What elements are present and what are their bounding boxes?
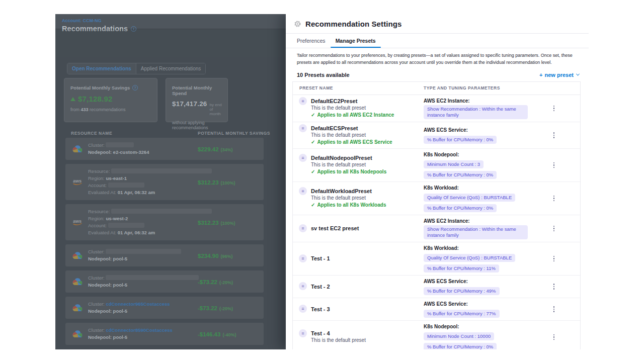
gcp-cloud-icon: [72, 251, 83, 259]
preset-row: ≡ DefaultECSPreset This is the default p…: [293, 122, 580, 149]
redacted-value: [106, 249, 181, 254]
savings-cell: -$73.22(-20%): [198, 277, 233, 286]
preset-menu-icon: ≡: [299, 254, 307, 262]
tab-manage-presets[interactable]: Manage Presets: [336, 34, 376, 48]
spend-card-label: Potential Monthly Spend: [172, 85, 222, 96]
redacted-value: [106, 142, 134, 147]
new-preset-button[interactable]: + new preset: [539, 72, 579, 78]
column-header-potential-monthly-savings: POTENTIAL MONTHLY SAVINGS: [198, 131, 270, 136]
savings-subtext: from 433 recommendations: [70, 107, 152, 112]
tuning-param-chip: Minimum Node Count : 3: [424, 160, 484, 168]
preset-menu-icon: ≡: [299, 97, 307, 105]
kebab-menu-icon[interactable]: [551, 224, 557, 234]
drawer-header: Recommendation Settings: [286, 14, 589, 34]
drawer-title: Recommendation Settings: [305, 20, 402, 28]
table-row[interactable]: aws Resource: Region: us-east-1 Account:…: [65, 164, 264, 200]
kebab-menu-icon[interactable]: [551, 332, 557, 342]
svg-text:aws: aws: [73, 219, 82, 224]
savings-cell: $312.23(100%): [198, 177, 235, 187]
kebab-menu-icon[interactable]: [551, 160, 557, 170]
potential-monthly-savings-card: Potential Monthly Savings ? $7,128.92 fr…: [64, 78, 157, 122]
preset-row: ≡ DefaultEC2Preset This is the default p…: [293, 95, 580, 122]
account-breadcrumb[interactable]: Account: CCM-NG: [62, 18, 102, 23]
gcp-cloud-icon: [72, 145, 83, 153]
savings-cell: $312.23(100%): [198, 218, 235, 227]
preset-row: ≡ DefaultWorkloadPreset This is the defa…: [293, 182, 580, 215]
presets-description: Tailor recommendations to your preferenc…: [297, 52, 585, 66]
preset-row: ≡ sv test EC2 preset AWS EC2 Instance: S…: [293, 215, 580, 242]
tab-preferences[interactable]: Preferences: [297, 34, 326, 48]
tuning-param-chip: Quality Of Service (QoS) : BURSTABLE: [424, 254, 515, 262]
tuning-param-chip: % Buffer for CPU/Memory : 49%: [424, 287, 500, 295]
chevron-down-icon: [576, 72, 580, 76]
kebab-menu-icon[interactable]: [551, 194, 557, 204]
aws-logo-icon: aws: [72, 218, 83, 226]
tuning-param-chip: % Buffer for CPU/Memory : 77%: [424, 310, 500, 318]
preset-menu-icon: ≡: [299, 305, 307, 313]
preset-menu-icon: ≡: [299, 329, 307, 337]
settings-tabs: Preferences Manage Presets: [286, 34, 589, 48]
gear-icon: [294, 20, 301, 28]
preset-menu-icon: ≡: [299, 187, 307, 195]
svg-text:aws: aws: [73, 178, 82, 184]
preset-row: ≡ Test - 2 AWS ECS Service: % Buffer for…: [293, 276, 580, 298]
toolbar-band: [55, 29, 287, 57]
recommendations-page-dimmed: Account: CCM-NG Recommendations i Open R…: [55, 14, 287, 349]
tuning-param-chip: Show Recommendation : Within the same in…: [424, 105, 528, 119]
table-row[interactable]: Cluster: Nodepool: e2-custom-3264 $229.4…: [65, 138, 264, 160]
preset-row: ≡ Test - 1 K8s Workload: Quality Of Serv…: [293, 242, 580, 276]
tab-applied-recommendations[interactable]: Applied Recommendations: [136, 63, 206, 74]
check-icon: ✓: [311, 202, 315, 208]
plus-icon: +: [539, 72, 542, 78]
recommendation-settings-drawer: Recommendation Settings Preferences Mana…: [286, 14, 589, 349]
app-screenshot: Account: CCM-NG Recommendations i Open R…: [55, 14, 589, 349]
recommendations-tabs: Open Recommendations Applied Recommendat…: [67, 63, 206, 74]
column-header-type-params: TYPE AND TUNING PARAMETERS: [424, 85, 528, 90]
table-row[interactable]: Cluster: cdConnector8590Costaccess Nodep…: [65, 323, 264, 345]
savings-card-label: Potential Monthly Savings: [70, 85, 130, 90]
savings-cell: -$146.43(-40%): [198, 329, 236, 338]
savings-up-triangle-icon: [70, 97, 75, 101]
cluster-link[interactable]: cdConnector965Costaccess: [106, 301, 170, 307]
table-row[interactable]: Cluster: cdConnector965Costaccess Nodepo…: [65, 297, 264, 319]
check-icon: ✓: [311, 112, 315, 118]
table-row[interactable]: Cluster: Nodepool: pool-5 $234.90(96%): [65, 244, 264, 266]
kebab-menu-icon[interactable]: [551, 130, 557, 140]
potential-monthly-spend-card: Potential Monthly Spend $17,417.26 by en…: [166, 78, 228, 122]
tab-open-recommendations[interactable]: Open Recommendations: [67, 63, 136, 74]
kebab-menu-icon[interactable]: [551, 304, 557, 314]
preset-menu-icon: ≡: [299, 282, 307, 290]
recommendations-table: Cluster: Nodepool: e2-custom-3264 $229.4…: [65, 138, 264, 349]
cluster-link[interactable]: cdConnector8590Costaccess: [106, 327, 173, 333]
presets-table: PRESET NAME TYPE AND TUNING PARAMETERS ≡…: [292, 81, 581, 349]
page-header: Account: CCM-NG Recommendations i: [55, 14, 287, 29]
spend-value: $17,417.26: [172, 100, 207, 108]
tuning-param-chip: % Buffer for CPU/Memory : 0%: [424, 343, 497, 349]
spend-value-suffix: by end of month: [210, 103, 222, 116]
savings-cell: $234.90(96%): [198, 251, 233, 260]
gcp-cloud-icon: [72, 330, 83, 338]
tuning-param-chip: % Buffer for CPU/Memory : 0%: [424, 204, 497, 212]
aws-logo-icon: aws: [72, 178, 83, 186]
spend-subtext: without applying recommendations: [172, 120, 222, 130]
tuning-param-chip: % Buffer for CPU/Memory : 0%: [424, 171, 497, 179]
kebab-menu-icon[interactable]: [551, 282, 557, 292]
savings-cell: $229.42(34%): [198, 144, 233, 153]
savings-value: $7,128.92: [78, 95, 113, 103]
table-row[interactable]: Cluster: Nodepool: pool-5 -$73.22(-20%): [65, 270, 264, 293]
kebab-menu-icon[interactable]: [551, 254, 557, 264]
kebab-menu-icon[interactable]: [551, 104, 557, 114]
gcp-cloud-icon: [72, 278, 83, 286]
preset-menu-icon: ≡: [299, 124, 307, 132]
gcp-cloud-icon: [72, 304, 83, 312]
redacted-value: [111, 168, 212, 173]
preset-row: ≡ Test - 3 AWS ECS Service: % Buffer for…: [293, 298, 580, 321]
table-row[interactable]: aws Resource: Region: us-west-2 Account:…: [65, 204, 264, 240]
presets-count-label: 10 Presets available: [297, 72, 350, 78]
check-icon: ✓: [311, 139, 315, 145]
redacted-value: [111, 209, 212, 214]
help-icon[interactable]: ?: [132, 85, 138, 90]
column-header-resource-name: RESOURCE NAME: [71, 131, 112, 136]
redacted-value: [108, 183, 144, 188]
column-header-preset-name: PRESET NAME: [293, 85, 424, 90]
